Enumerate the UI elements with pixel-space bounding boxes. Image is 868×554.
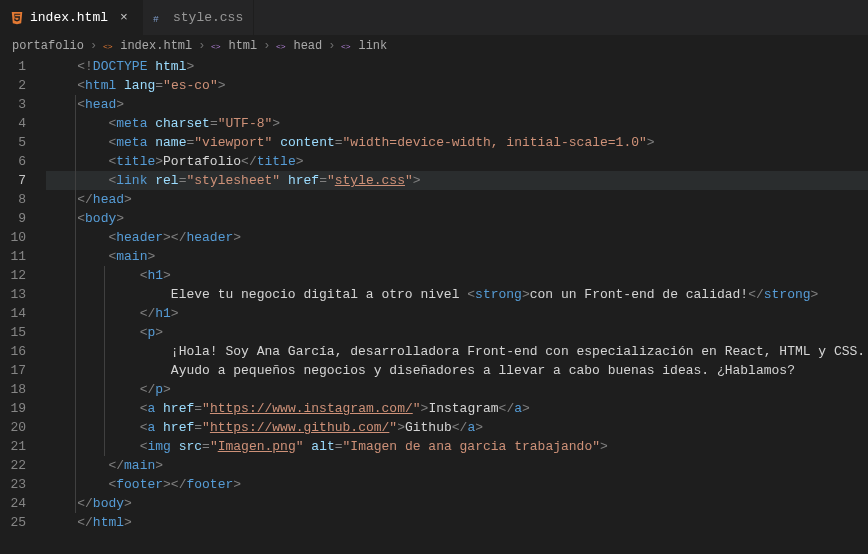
code-line[interactable]: </main> <box>46 456 868 475</box>
chevron-right-icon: › <box>326 39 337 53</box>
line-number: 18 <box>0 380 26 399</box>
line-number-gutter: 1234567891011121314151617181920212223242… <box>0 57 42 554</box>
code-line[interactable]: <!DOCTYPE html> <box>46 57 868 76</box>
editor[interactable]: 1234567891011121314151617181920212223242… <box>0 57 868 554</box>
line-number: 10 <box>0 228 26 247</box>
code-line[interactable]: <title>Portafolio</title> <box>46 152 868 171</box>
line-number: 14 <box>0 304 26 323</box>
code-line[interactable]: <body> <box>46 209 868 228</box>
code-line[interactable]: <main> <box>46 247 868 266</box>
line-number: 7 <box>0 171 26 190</box>
svg-text:<>: <> <box>341 41 351 50</box>
crumb-folder[interactable]: portafolio <box>12 39 84 53</box>
code-line[interactable]: <a href="https://www.instagram.com/">Ins… <box>46 399 868 418</box>
tab-bar: index.html × # style.css <box>0 0 868 35</box>
line-number: 21 <box>0 437 26 456</box>
line-number: 25 <box>0 513 26 532</box>
line-number: 6 <box>0 152 26 171</box>
symbol-icon: <> <box>276 40 289 53</box>
line-number: 1 <box>0 57 26 76</box>
line-number: 4 <box>0 114 26 133</box>
code-line[interactable]: <h1> <box>46 266 868 285</box>
code-line[interactable]: </body> <box>46 494 868 513</box>
code-line[interactable]: <a href="https://www.github.com/">Github… <box>46 418 868 437</box>
tab-label: index.html <box>30 10 108 25</box>
line-number: 12 <box>0 266 26 285</box>
code-area[interactable]: <!DOCTYPE html> <html lang="es-co"> <hea… <box>42 57 868 554</box>
tab-style-css[interactable]: # style.css <box>143 0 254 35</box>
line-number: 19 <box>0 399 26 418</box>
line-number: 9 <box>0 209 26 228</box>
crumb-symbol-link[interactable]: <> link <box>341 39 387 53</box>
code-line[interactable]: <link rel="stylesheet" href="style.css"> <box>46 171 868 190</box>
code-line[interactable]: </html> <box>46 513 868 532</box>
html-file-icon: <> <box>103 40 116 53</box>
line-number: 3 <box>0 95 26 114</box>
close-icon[interactable]: × <box>116 10 132 25</box>
code-line[interactable]: <html lang="es-co"> <box>46 76 868 95</box>
code-line[interactable]: </head> <box>46 190 868 209</box>
tab-index-html[interactable]: index.html × <box>0 0 143 35</box>
code-line[interactable]: Eleve tu negocio digital a otro nivel <s… <box>46 285 868 304</box>
chevron-right-icon: › <box>261 39 272 53</box>
symbol-icon: <> <box>211 40 224 53</box>
line-number: 8 <box>0 190 26 209</box>
chevron-right-icon: › <box>88 39 99 53</box>
line-number: 15 <box>0 323 26 342</box>
line-number: 11 <box>0 247 26 266</box>
code-line[interactable]: <img src="Imagen.png" alt="Imagen de ana… <box>46 437 868 456</box>
svg-text:<>: <> <box>211 41 221 50</box>
code-line[interactable]: <header></header> <box>46 228 868 247</box>
line-number: 20 <box>0 418 26 437</box>
crumb-symbol-html[interactable]: <> html <box>211 39 257 53</box>
crumb-symbol-head[interactable]: <> head <box>276 39 322 53</box>
line-number: 16 <box>0 342 26 361</box>
line-number: 23 <box>0 475 26 494</box>
code-line[interactable]: <head> <box>46 95 868 114</box>
chevron-right-icon: › <box>196 39 207 53</box>
line-number: 13 <box>0 285 26 304</box>
svg-text:#: # <box>153 13 159 24</box>
svg-text:<>: <> <box>276 41 286 50</box>
html-file-icon <box>10 11 24 25</box>
css-file-icon: # <box>153 11 167 25</box>
line-number: 24 <box>0 494 26 513</box>
line-number: 5 <box>0 133 26 152</box>
line-number: 2 <box>0 76 26 95</box>
code-line[interactable]: Ayudo a pequeños negocios y diseñadores … <box>46 361 868 380</box>
crumb-file[interactable]: <> index.html <box>103 39 192 53</box>
code-line[interactable]: <meta name="viewport" content="width=dev… <box>46 133 868 152</box>
line-number: 17 <box>0 361 26 380</box>
code-line[interactable]: <p> <box>46 323 868 342</box>
code-line[interactable]: ¡Hola! Soy Ana García, desarrolladora Fr… <box>46 342 868 361</box>
code-line[interactable]: <footer></footer> <box>46 475 868 494</box>
breadcrumb[interactable]: portafolio › <> index.html › <> html › <… <box>0 35 868 57</box>
line-number: 22 <box>0 456 26 475</box>
code-line[interactable]: </h1> <box>46 304 868 323</box>
symbol-icon: <> <box>341 40 354 53</box>
code-line[interactable]: <meta charset="UTF-8"> <box>46 114 868 133</box>
code-line[interactable]: </p> <box>46 380 868 399</box>
svg-text:<>: <> <box>103 41 113 50</box>
tab-label: style.css <box>173 10 243 25</box>
